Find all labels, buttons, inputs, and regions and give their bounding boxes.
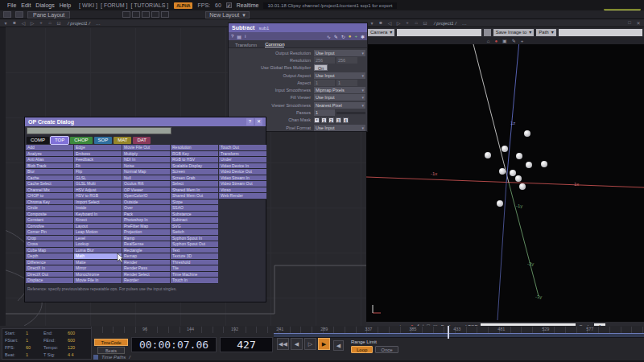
jump-start-button[interactable]: ◀◀ xyxy=(277,338,289,350)
op-item[interactable]: Resolution xyxy=(171,145,218,151)
loop-button[interactable]: Loop xyxy=(351,346,373,353)
beats-mode-button[interactable]: Beats xyxy=(97,347,125,354)
op-item[interactable]: Difference xyxy=(26,260,73,266)
menu-dialogs[interactable]: Dialogs xyxy=(33,2,56,8)
param-field[interactable]: 1 xyxy=(336,80,357,86)
op-item[interactable]: RGB to HSV xyxy=(171,157,218,163)
grid-icon[interactable] xyxy=(3,11,11,18)
op-item[interactable]: Cube Map xyxy=(26,248,73,254)
op-item[interactable]: OP Viewer xyxy=(122,187,170,194)
param-field[interactable]: 1 xyxy=(314,80,335,86)
op-item[interactable]: Cache xyxy=(26,175,73,182)
op-item[interactable]: SVG xyxy=(171,224,218,230)
op-family-tab-dat[interactable]: DAT xyxy=(133,137,151,144)
op-item[interactable]: Rectangle xyxy=(122,248,170,254)
param-field[interactable]: 256 xyxy=(336,57,357,64)
op-item[interactable]: Pack xyxy=(122,212,170,218)
op-item[interactable]: Reorder xyxy=(122,278,170,284)
op-item[interactable]: Fit xyxy=(74,163,122,170)
tab-common[interactable]: Common xyxy=(265,42,284,47)
comment-icon[interactable]: ✎ xyxy=(334,34,338,39)
realtime-checkbox[interactable]: ✓ xyxy=(226,2,232,8)
timeline-setting-value[interactable]: 600 xyxy=(68,338,89,343)
timeline-setting-value[interactable]: 1 xyxy=(26,338,43,343)
op-item[interactable]: NDI In xyxy=(122,157,170,163)
op-item[interactable]: Flip xyxy=(74,169,122,175)
param-dropdown[interactable]: Nearest Pixel▾ xyxy=(314,102,365,109)
op-item[interactable]: Circle xyxy=(26,205,73,212)
op-item[interactable]: Cross xyxy=(26,241,73,248)
op-item[interactable]: Substance xyxy=(171,212,218,218)
param-dropdown[interactable]: Use Input▾ xyxy=(314,50,365,56)
op-item[interactable]: Crop xyxy=(26,236,73,242)
menu-file[interactable]: File xyxy=(5,2,19,8)
op-item[interactable]: Convolve xyxy=(26,224,73,230)
op-item[interactable]: Inside xyxy=(74,205,122,212)
op-item[interactable]: Touch In xyxy=(171,278,218,284)
parameter-panel-titlebar[interactable]: Subtract sub1 xyxy=(229,23,367,32)
op-item[interactable]: Cache Select xyxy=(26,181,73,187)
once-button[interactable]: Once xyxy=(375,346,398,353)
back-icon[interactable]: ◁ xyxy=(386,20,393,26)
param-slider[interactable] xyxy=(336,112,365,114)
layout-preset-button[interactable] xyxy=(161,11,169,18)
op-item[interactable]: Select xyxy=(171,181,218,187)
help-button[interactable]: ? xyxy=(246,118,254,125)
op-item[interactable]: Syphon Spout In xyxy=(171,236,218,242)
op-item[interactable]: Layout xyxy=(74,224,122,230)
op-item[interactable]: Video Device Out xyxy=(219,169,266,175)
layout-preset-button[interactable] xyxy=(122,11,130,18)
op-item[interactable]: Text xyxy=(171,248,218,254)
home-icon[interactable]: ⌂ xyxy=(47,20,53,26)
op-family-tab-chop[interactable]: CHOP xyxy=(70,137,92,144)
channel-mask-toggle[interactable]: * xyxy=(314,117,320,123)
param-dropdown[interactable]: Use Input▾ xyxy=(314,72,365,79)
op-item[interactable]: Chroma Key xyxy=(26,200,73,206)
op-item[interactable]: OpenColorIO xyxy=(122,193,170,200)
help-icon[interactable]: ? xyxy=(231,34,233,39)
op-item[interactable]: Keyboard In xyxy=(74,212,122,218)
add-icon[interactable]: + xyxy=(354,34,357,39)
param-field[interactable]: 1 xyxy=(314,109,335,116)
op-item[interactable]: HSV to RGB xyxy=(74,193,122,200)
op-item[interactable]: Screen xyxy=(171,169,218,175)
op-item[interactable]: Lookup xyxy=(74,241,122,248)
snapshot-button[interactable] xyxy=(484,29,491,36)
op-item[interactable]: Shared Mem In xyxy=(171,187,218,194)
op-item[interactable]: Outside xyxy=(122,200,170,206)
param-dropdown[interactable]: Mipmap Pixels▾ xyxy=(314,87,365,93)
timeline-setting-value[interactable]: 4 4 xyxy=(68,352,89,357)
op-item[interactable]: Threshold xyxy=(171,260,218,266)
op-item[interactable]: Noise xyxy=(122,163,170,170)
op-item[interactable]: CHOP to xyxy=(26,193,73,200)
op-item[interactable]: Shared Mem Out xyxy=(171,193,218,200)
op-item[interactable]: Math xyxy=(74,253,122,260)
op-item[interactable]: SSAO xyxy=(171,205,218,212)
layout-preset-button[interactable] xyxy=(151,11,159,18)
op-item[interactable]: Remap xyxy=(122,253,170,260)
timeline-setting-value[interactable]: 600 xyxy=(68,331,89,335)
layout-preset-button[interactable] xyxy=(132,11,140,18)
op-item[interactable]: Vioso xyxy=(219,187,266,194)
new-layout-dropdown[interactable]: New Layout ▾ xyxy=(205,11,249,19)
chevron-down-icon[interactable]: ▾ xyxy=(369,20,375,26)
layout-preset-button[interactable] xyxy=(142,11,150,18)
pencil-icon[interactable]: ✎ xyxy=(512,38,516,43)
op-item[interactable]: Normal Map xyxy=(122,169,170,175)
op-item[interactable]: Import Select xyxy=(74,200,122,206)
timeline-setting-value[interactable]: 1 xyxy=(26,331,43,335)
home-icon[interactable]: ⌂ xyxy=(487,39,490,43)
op-item[interactable]: Subtract xyxy=(171,217,218,224)
op-family-tab-top[interactable]: TOP xyxy=(51,137,68,144)
param-dropdown[interactable]: Use Input▾ xyxy=(314,125,365,131)
channel-mask-toggle[interactable]: 4 xyxy=(343,117,349,123)
op-item[interactable]: Edge xyxy=(74,145,122,151)
op-item[interactable]: RGB Key xyxy=(171,151,218,158)
op-item[interactable]: Ramp xyxy=(122,236,170,242)
op-item[interactable]: RealSense xyxy=(122,241,170,248)
op-item[interactable]: Render xyxy=(122,260,170,266)
timecode-mode-button[interactable]: TimeCode xyxy=(94,339,128,346)
bulb-icon[interactable]: ● xyxy=(349,34,352,39)
op-item[interactable]: Emboss xyxy=(74,151,122,158)
op-item[interactable]: Web Render xyxy=(219,193,266,200)
